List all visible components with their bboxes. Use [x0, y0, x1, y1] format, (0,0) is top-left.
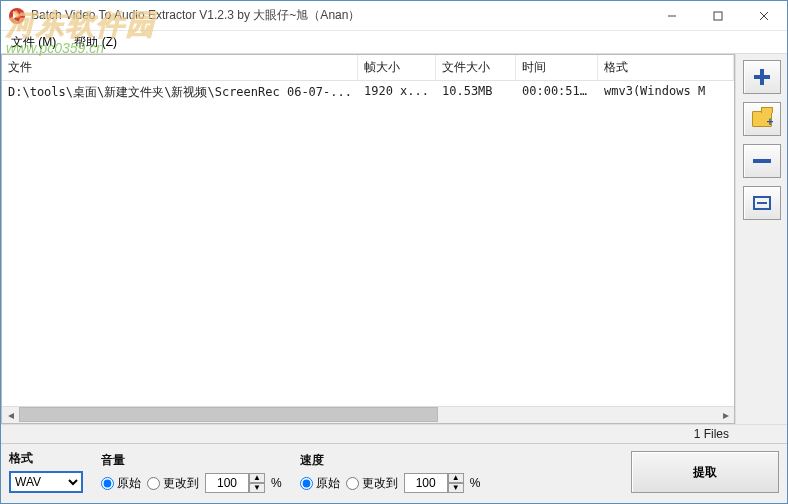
folder-plus-icon	[752, 111, 772, 127]
spin-down-icon[interactable]: ▼	[448, 483, 464, 493]
col-format[interactable]: 格式	[598, 55, 734, 80]
cell-time: 00:00:51...	[516, 81, 598, 104]
minimize-button[interactable]	[649, 1, 695, 31]
spin-down-icon[interactable]: ▼	[249, 483, 265, 493]
speed-group: 速度 原始 更改到 ▲▼ %	[300, 452, 481, 493]
volume-label: 音量	[101, 452, 282, 469]
svg-rect-1	[714, 12, 722, 20]
col-filesize[interactable]: 文件大小	[436, 55, 516, 80]
add-file-button[interactable]	[743, 60, 781, 94]
format-select[interactable]: WAV	[9, 471, 83, 493]
window-title: Batch Video To Audio Extractor V1.2.3 by…	[31, 7, 649, 24]
file-count: 1 Files	[694, 427, 729, 441]
app-window: Batch Video To Audio Extractor V1.2.3 by…	[0, 0, 788, 504]
work-area: 文件 帧大小 文件大小 时间 格式 D:\tools\桌面\新建文件夹\新视频\…	[1, 53, 787, 425]
table-row[interactable]: D:\tools\桌面\新建文件夹\新视频\ScreenRec 06-07-..…	[2, 81, 734, 104]
file-list: 文件 帧大小 文件大小 时间 格式 D:\tools\桌面\新建文件夹\新视频\…	[1, 54, 735, 424]
scroll-left-button[interactable]: ◂	[2, 407, 19, 424]
cell-file: D:\tools\桌面\新建文件夹\新视频\ScreenRec 06-07-..…	[2, 81, 358, 104]
maximize-button[interactable]	[695, 1, 741, 31]
volume-value[interactable]	[205, 473, 249, 493]
percent-label: %	[271, 476, 282, 490]
scroll-thumb[interactable]	[19, 407, 438, 422]
scroll-right-button[interactable]: ▸	[717, 407, 734, 424]
speed-value[interactable]	[404, 473, 448, 493]
list-header: 文件 帧大小 文件大小 时间 格式	[2, 55, 734, 81]
titlebar: Batch Video To Audio Extractor V1.2.3 by…	[1, 1, 787, 31]
remove-button[interactable]	[743, 144, 781, 178]
format-group: 格式 WAV	[9, 450, 83, 493]
scroll-track[interactable]	[19, 407, 717, 424]
cell-frame: 1920 x...	[358, 81, 436, 104]
menubar: 文件 (M) 帮助 (Z)	[1, 31, 787, 53]
horizontal-scrollbar[interactable]: ◂ ▸	[2, 406, 734, 423]
list-body[interactable]: D:\tools\桌面\新建文件夹\新视频\ScreenRec 06-07-..…	[2, 81, 734, 406]
volume-group: 音量 原始 更改到 ▲▼ %	[101, 452, 282, 493]
close-button[interactable]	[741, 1, 787, 31]
cell-size: 10.53MB	[436, 81, 516, 104]
menu-help[interactable]: 帮助 (Z)	[70, 32, 121, 53]
app-icon	[9, 8, 25, 24]
clear-icon	[753, 196, 771, 210]
speed-spinner[interactable]: ▲▼	[404, 473, 464, 493]
window-controls	[649, 1, 787, 31]
add-folder-button[interactable]	[743, 102, 781, 136]
minus-icon	[753, 159, 771, 163]
menu-file[interactable]: 文件 (M)	[7, 32, 60, 53]
percent-label: %	[470, 476, 481, 490]
volume-spinner[interactable]: ▲▼	[205, 473, 265, 493]
speed-changeto-radio[interactable]: 更改到	[346, 475, 398, 492]
side-toolbar	[735, 54, 787, 424]
speed-label: 速度	[300, 452, 481, 469]
plus-icon	[752, 67, 772, 87]
bottom-panel: 格式 WAV 音量 原始 更改到 ▲▼ % 速度 原始	[1, 443, 787, 503]
clear-button[interactable]	[743, 186, 781, 220]
status-bar: 1 Files	[1, 425, 787, 443]
cell-format: wmv3(Windows M	[598, 81, 734, 104]
volume-changeto-radio[interactable]: 更改到	[147, 475, 199, 492]
volume-original-radio[interactable]: 原始	[101, 475, 141, 492]
col-file[interactable]: 文件	[2, 55, 358, 80]
spin-up-icon[interactable]: ▲	[249, 473, 265, 483]
col-time[interactable]: 时间	[516, 55, 598, 80]
spin-up-icon[interactable]: ▲	[448, 473, 464, 483]
speed-original-radio[interactable]: 原始	[300, 475, 340, 492]
format-label: 格式	[9, 450, 83, 467]
extract-button[interactable]: 提取	[631, 451, 779, 493]
col-framesize[interactable]: 帧大小	[358, 55, 436, 80]
